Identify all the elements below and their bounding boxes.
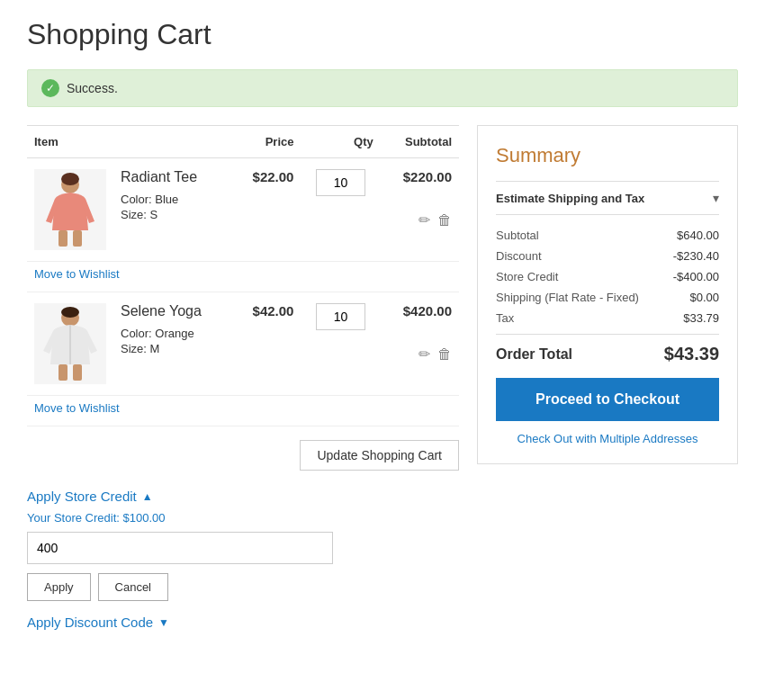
- success-icon: ✓: [41, 79, 59, 97]
- table-row: Selene Yoga Color: Orange Size: M $42.00: [27, 292, 459, 396]
- item-qty-input-1[interactable]: [316, 169, 365, 196]
- discount-code-header[interactable]: Apply Discount Code ▼: [27, 615, 459, 630]
- summary-title: Summary: [496, 144, 719, 167]
- discount-code-toggle: ▼: [158, 616, 169, 629]
- wishlist-row-2: Move to Wishlist: [27, 396, 459, 426]
- proceed-to-checkout-button[interactable]: Proceed to Checkout: [496, 378, 719, 421]
- store-credit-toggle: ▲: [142, 490, 153, 503]
- item-size-2: Size: M: [121, 342, 225, 355]
- shipping-label: Shipping (Flat Rate - Fixed): [496, 291, 639, 304]
- svg-point-1: [61, 173, 79, 185]
- shipping-estimate-label: Estimate Shipping and Tax: [496, 192, 644, 205]
- chevron-down-icon: ▾: [713, 191, 719, 205]
- item-name-1: Radiant Tee: [121, 169, 225, 185]
- col-item: Item: [27, 126, 232, 158]
- svg-rect-7: [58, 364, 68, 381]
- item-size-1: Size: S: [121, 208, 225, 221]
- item-qty-input-2[interactable]: [316, 303, 365, 330]
- item-color-1: Color: Blue: [121, 193, 225, 206]
- item-image-2: [34, 303, 106, 384]
- item-price-2: $42.00: [253, 303, 294, 319]
- col-subtotal: Subtotal: [381, 126, 459, 158]
- wishlist-link-2[interactable]: Move to Wishlist: [34, 401, 120, 415]
- store-credit-balance: Your Store Credit: $100.00: [27, 511, 459, 525]
- item-details-2: Selene Yoga Color: Orange Size: M: [113, 292, 232, 396]
- svg-rect-2: [58, 230, 68, 247]
- success-banner: ✓ Success.: [27, 69, 738, 107]
- item-price-cell-1: $22.00: [232, 158, 302, 262]
- item-image-1: [34, 169, 106, 250]
- edit-icon-2[interactable]: ✏: [418, 346, 430, 363]
- summary-tax-row: Tax $33.79: [496, 311, 719, 325]
- item-actions-1: ✏ 🗑: [388, 184, 452, 229]
- multi-address-link[interactable]: Check Out with Multiple Addresses: [496, 432, 719, 445]
- item-price-cell-2: $42.00: [232, 292, 302, 396]
- store-credit-section: Apply Store Credit ▲ Your Store Credit: …: [27, 489, 459, 601]
- svg-rect-3: [73, 230, 82, 247]
- summary-shipping-row: Shipping (Flat Rate - Fixed) $0.00: [496, 291, 719, 304]
- order-total-row: Order Total $43.39: [496, 344, 719, 364]
- item-details-1: Radiant Tee Color: Blue Size: S: [113, 158, 232, 262]
- item-actions-2: ✏ 🗑: [388, 319, 452, 363]
- table-row: Radiant Tee Color: Blue Size: S $22.00: [27, 158, 459, 262]
- item-subtotal-cell-2: $420.00 ✏ 🗑: [381, 292, 459, 396]
- main-layout: Item Price Qty Subtotal: [27, 125, 738, 630]
- cart-table: Item Price Qty Subtotal: [27, 125, 459, 426]
- cart-section: Item Price Qty Subtotal: [27, 125, 459, 630]
- edit-icon-1[interactable]: ✏: [418, 211, 430, 229]
- wishlist-link-1[interactable]: Move to Wishlist: [34, 267, 120, 281]
- summary-divider: [496, 334, 719, 335]
- item-qty-cell-1: [301, 158, 380, 262]
- discount-code-label: Apply Discount Code: [27, 615, 153, 630]
- wishlist-row-1: Move to Wishlist: [27, 262, 459, 292]
- summary-store-credit-row: Store Credit -$400.00: [496, 270, 719, 283]
- store-credit-body: Your Store Credit: $100.00 Apply Cancel: [27, 511, 459, 601]
- store-credit-input[interactable]: [27, 532, 333, 564]
- subtotal-value: $640.00: [677, 229, 719, 242]
- item-qty-cell-2: [301, 292, 380, 396]
- cart-actions: Update Shopping Cart: [27, 440, 459, 471]
- subtotal-label: Subtotal: [496, 229, 539, 242]
- item-thumbnail-1: [39, 172, 102, 248]
- item-subtotal-2: $420.00: [388, 303, 452, 319]
- summary-discount-row: Discount -$230.40: [496, 249, 719, 263]
- shipping-estimate-toggle[interactable]: Estimate Shipping and Tax ▾: [496, 181, 719, 215]
- credit-buttons: Apply Cancel: [27, 573, 459, 601]
- order-total-label: Order Total: [496, 346, 572, 363]
- tax-label: Tax: [496, 311, 514, 325]
- delete-icon-1[interactable]: 🗑: [437, 212, 452, 229]
- store-credit-summary-label: Store Credit: [496, 270, 558, 283]
- store-credit-summary-value: -$400.00: [673, 270, 719, 283]
- discount-label: Discount: [496, 249, 542, 263]
- item-subtotal-cell-1: $220.00 ✏ 🗑: [381, 158, 459, 262]
- success-message: Success.: [67, 81, 118, 95]
- item-image-cell: [27, 158, 113, 262]
- shipping-value: $0.00: [689, 291, 719, 304]
- item-image-cell-2: [27, 292, 113, 396]
- item-name-2: Selene Yoga: [121, 303, 225, 319]
- item-subtotal-1: $220.00: [388, 169, 452, 184]
- item-color-2: Color: Orange: [121, 327, 225, 340]
- discount-code-section: Apply Discount Code ▼: [27, 615, 459, 630]
- col-price: Price: [232, 126, 302, 158]
- svg-point-5: [61, 307, 79, 318]
- apply-store-credit-button[interactable]: Apply: [27, 573, 91, 601]
- store-credit-header[interactable]: Apply Store Credit ▲: [27, 489, 459, 504]
- update-cart-button[interactable]: Update Shopping Cart: [300, 440, 459, 471]
- page-title: Shopping Cart: [27, 18, 738, 51]
- discount-value: -$230.40: [673, 249, 719, 263]
- wishlist-cell-2: Move to Wishlist: [27, 396, 459, 426]
- delete-icon-2[interactable]: 🗑: [437, 346, 452, 363]
- wishlist-cell-1: Move to Wishlist: [27, 262, 459, 292]
- col-qty: Qty: [301, 126, 380, 158]
- summary-subtotal-row: Subtotal $640.00: [496, 229, 719, 242]
- summary-section: Summary Estimate Shipping and Tax ▾ Subt…: [477, 125, 738, 464]
- order-total-value: $43.39: [664, 344, 719, 364]
- item-thumbnail-2: [39, 306, 102, 382]
- svg-rect-8: [73, 364, 82, 381]
- tax-value: $33.79: [683, 311, 719, 325]
- cancel-store-credit-button[interactable]: Cancel: [98, 573, 168, 601]
- item-price-1: $22.00: [253, 169, 294, 184]
- store-credit-label: Apply Store Credit: [27, 489, 137, 504]
